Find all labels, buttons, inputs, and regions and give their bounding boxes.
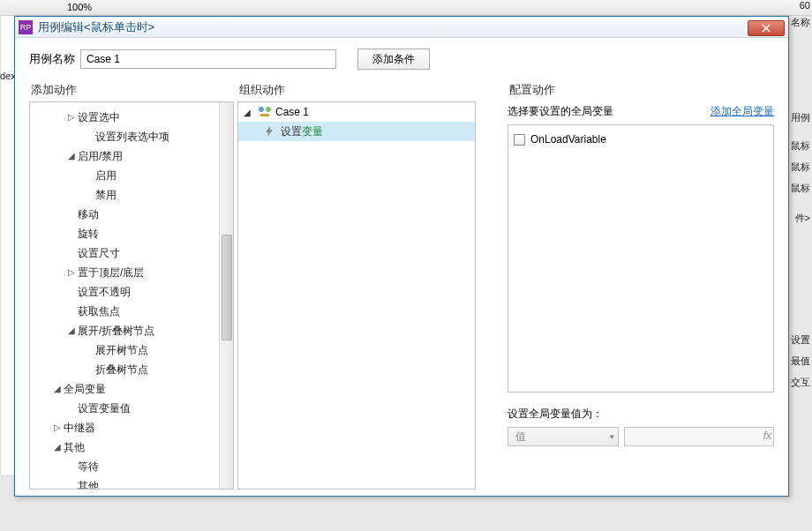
action-row-selected[interactable]: 设置 变量 — [238, 122, 475, 141]
tree-item[interactable]: ▷中继器 — [32, 418, 231, 438]
tree-item[interactable]: 设置列表选中项 — [32, 127, 231, 146]
close-button[interactable] — [748, 20, 785, 36]
background-toolbar: 100% — [0, 0, 812, 16]
tree-item-label: 其他 — [78, 476, 99, 490]
variable-list: OnLoadVariable — [508, 124, 774, 393]
fx-icon: fx — [763, 430, 771, 442]
tree-item[interactable]: ◢展开/折叠树节点 — [32, 321, 231, 340]
expand-closed-icon: ▷ — [51, 418, 64, 438]
dialog-title: 用例编辑<鼠标单击时> — [38, 19, 748, 35]
add-global-variable-link[interactable]: 添加全局变量 — [710, 104, 774, 119]
tree-item-label: 获取焦点 — [78, 302, 120, 321]
value-type-dropdown[interactable]: 值 ▾ — [508, 427, 619, 446]
tree-item-label: 折叠树节点 — [95, 360, 148, 379]
select-variable-label: 选择要设置的全局变量 — [508, 104, 613, 119]
tree-item[interactable]: ◢其他 — [32, 438, 231, 457]
case-name-label: 用例名称 — [29, 51, 75, 67]
tree-item[interactable]: 启用 — [32, 166, 231, 185]
zoom-level: 100% — [67, 2, 92, 12]
tree-item-label: 禁用 — [95, 185, 117, 205]
tree-item[interactable]: ◢启用/禁用 — [32, 146, 231, 166]
tree-item-label: 移动 — [78, 205, 99, 224]
action-tree-panel: ▷设置选中设置列表选中项◢启用/禁用启用禁用移动旋转设置尺寸▷置于顶层/底层设置… — [29, 101, 234, 490]
tree-item[interactable]: 设置变量值 — [32, 399, 231, 418]
variable-checkbox[interactable] — [514, 134, 525, 146]
tree-item-label: 置于顶层/底层 — [78, 263, 144, 282]
tree-item-label: 启用 — [95, 166, 117, 185]
tree-item[interactable]: 旋转 — [32, 224, 231, 243]
configure-action-heading: 配置动作 — [508, 82, 774, 98]
tree-item-label: 全局变量 — [64, 379, 106, 399]
expand-closed-icon: ▷ — [65, 108, 78, 127]
tree-item[interactable]: ▷设置选中 — [32, 108, 231, 127]
tree-item[interactable]: 展开树节点 — [32, 340, 231, 360]
tree-item[interactable]: 设置尺寸 — [32, 243, 231, 263]
tree-item[interactable]: 等待 — [32, 457, 231, 476]
tree-item[interactable]: 其他 — [32, 476, 231, 490]
app-icon: RP — [19, 20, 33, 34]
tree-item-label: 设置列表选中项 — [95, 127, 169, 146]
case-icon — [258, 106, 272, 118]
variable-item[interactable]: OnLoadVariable — [514, 131, 768, 148]
add-condition-button[interactable]: 添加条件 — [357, 49, 430, 70]
titlebar[interactable]: RP 用例编辑<鼠标单击时> — [15, 17, 788, 38]
tree-item-label: 其他 — [64, 438, 85, 457]
tree-item-label: 中继器 — [64, 418, 95, 438]
set-value-label: 设置全局变量值为： — [508, 407, 774, 422]
tree-item-label: 启用/禁用 — [78, 146, 123, 166]
expand-closed-icon: ▷ — [65, 263, 78, 282]
tree-item[interactable]: 折叠树节点 — [32, 360, 231, 379]
close-icon — [762, 24, 771, 33]
background-left-label: dex — [0, 71, 14, 81]
tree-item-label: 展开树节点 — [95, 340, 148, 360]
tree-item-label: 设置尺寸 — [78, 243, 120, 263]
bg-right-input: 60 — [800, 0, 810, 11]
bolt-icon — [263, 125, 275, 138]
tree-item[interactable]: 设置不透明 — [32, 282, 231, 302]
scroll-thumb[interactable] — [222, 235, 232, 340]
expand-open-icon: ◢ — [65, 146, 78, 166]
action-variable: 变量 — [302, 124, 323, 139]
expand-open-icon: ◢ — [51, 438, 64, 457]
tree-item-label: 等待 — [78, 457, 99, 476]
value-expression-input[interactable]: fx — [624, 427, 774, 446]
organize-action-heading: 组织动作 — [237, 82, 476, 98]
tree-item[interactable]: ◢全局变量 — [32, 379, 231, 399]
case-expand-icon: ◢ — [244, 108, 254, 117]
organize-panel: ◢ Case 1 设置 变量 — [237, 101, 476, 490]
case-label: Case 1 — [275, 106, 309, 118]
variable-name: OnLoadVariable — [530, 133, 606, 146]
tree-scrollbar[interactable] — [219, 102, 233, 489]
tree-item-label: 展开/折叠树节点 — [78, 321, 154, 340]
svg-point-1 — [266, 107, 271, 112]
add-action-heading: 添加动作 — [29, 82, 234, 98]
tree-item-label: 设置选中 — [78, 108, 120, 127]
tree-item-label: 设置变量值 — [78, 399, 131, 418]
tree-item-label: 设置不透明 — [78, 282, 131, 302]
dropdown-selected: 值 — [515, 430, 526, 445]
action-text: 设置 — [281, 124, 302, 139]
expand-open-icon: ◢ — [51, 379, 64, 399]
case-editor-dialog: RP 用例编辑<鼠标单击时> 用例名称 添加条件 添加动作 ▷设置选中设置列表选… — [14, 16, 789, 497]
chevron-down-icon: ▾ — [610, 432, 614, 441]
expand-open-icon: ◢ — [65, 321, 78, 340]
tree-item[interactable]: 移动 — [32, 205, 231, 224]
tree-item[interactable]: ▷置于顶层/底层 — [32, 263, 231, 282]
tree-item[interactable]: 禁用 — [32, 185, 231, 205]
case-row[interactable]: ◢ Case 1 — [238, 102, 475, 122]
tree-item[interactable]: 获取焦点 — [32, 302, 231, 321]
svg-point-0 — [259, 107, 264, 112]
tree-item-label: 旋转 — [78, 224, 99, 243]
case-name-input[interactable] — [80, 49, 336, 69]
svg-rect-2 — [260, 114, 269, 116]
